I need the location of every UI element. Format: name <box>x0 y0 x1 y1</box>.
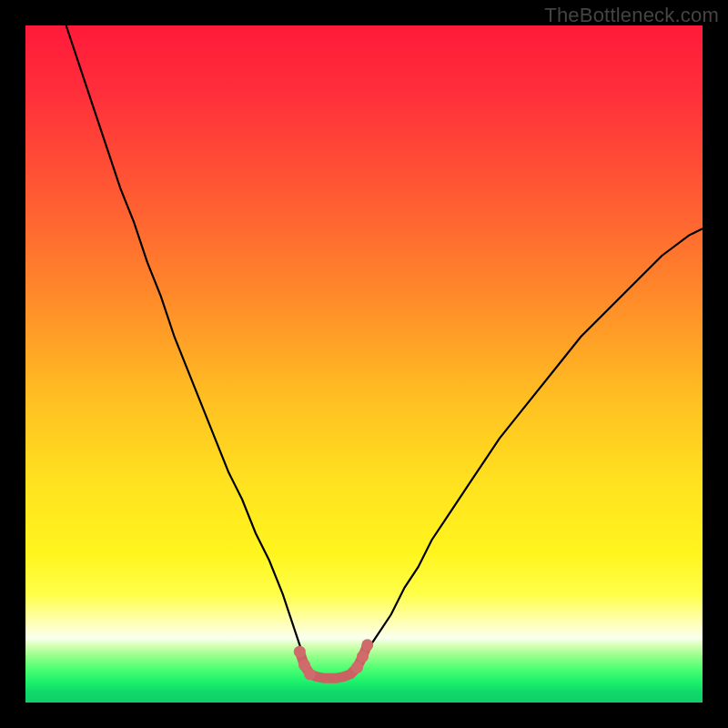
optimal-range-marker <box>351 662 363 673</box>
optimal-range-marker <box>304 668 316 680</box>
optimal-range-marker <box>294 646 306 658</box>
chart-frame: TheBottleneck.com <box>0 0 728 728</box>
plot-area <box>25 25 703 703</box>
gradient-background <box>25 25 703 703</box>
optimal-range-marker <box>357 651 369 662</box>
bottleneck-chart <box>25 25 703 703</box>
watermark-text: TheBottleneck.com <box>544 4 719 27</box>
optimal-range-marker <box>361 639 373 651</box>
